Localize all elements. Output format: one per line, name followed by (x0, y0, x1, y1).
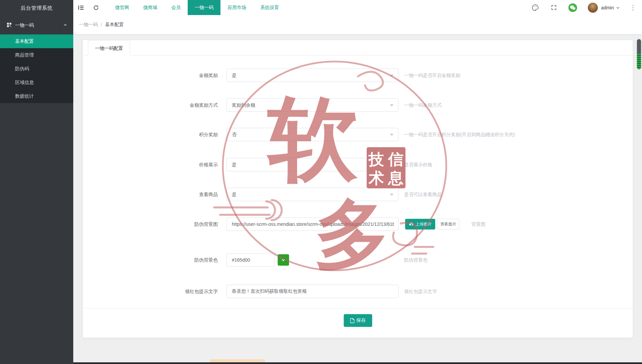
select-caret-icon (390, 164, 393, 166)
upload-image-label: 上传图片 (416, 221, 432, 227)
select-caret-icon (390, 104, 393, 106)
chevron-up-icon (63, 23, 67, 28)
sidebar-submenu: 基本配置 商品管理 防伪码 区域信息 数据统计 (0, 34, 73, 103)
amount-reward-mode-value: 奖励到余额 (232, 102, 255, 108)
user-name: admin (601, 5, 614, 10)
config-form: 金额奖励 是 一物一码是否开启金额奖励 金额奖励方式 奖励到余额 (83, 56, 633, 338)
form-row-view-product: 查看商品 是 是否可以查看商品 (83, 188, 633, 201)
caret-down-icon (281, 258, 286, 262)
upload-image-button[interactable]: 上传图片 (405, 219, 435, 230)
avatar[interactable] (588, 3, 598, 13)
sidebar-item-anti-counterfeit-code[interactable]: 防伪码 (0, 62, 73, 76)
document-save-icon (350, 318, 354, 323)
vertical-scrollbar-thumb[interactable] (637, 39, 641, 69)
collapse-menu-icon[interactable] (73, 0, 88, 15)
tab-yingyongshichang[interactable]: 应用市场 (220, 0, 253, 15)
amount-reward-help: 一物一码是否开启金额奖励 (404, 69, 460, 82)
view-product-label: 查看商品 (83, 188, 218, 201)
horizontal-scrollbar-track[interactable] (73, 362, 642, 364)
tab-weishangcheng[interactable]: 微商城 (136, 0, 164, 15)
select-caret-icon (390, 194, 393, 196)
tab-xitongshezhi[interactable]: 系统设置 (253, 0, 286, 15)
qr-grid-icon (7, 22, 12, 28)
tab-yiwuyima-config[interactable]: 一物一码配置 (88, 40, 130, 56)
sidebar-group-yiwuyima[interactable]: 一物一码 (0, 16, 73, 34)
form-row-amount-reward: 金额奖励 是 一物一码是否开启金额奖励 (83, 69, 633, 82)
amount-reward-mode-select[interactable]: 奖励到余额 (226, 98, 398, 112)
caret-down-icon (616, 6, 620, 10)
price-display-value: 是 (232, 162, 237, 167)
security-bg-image-input[interactable] (226, 217, 398, 231)
sidebar-item-data-statistics[interactable]: 数据统计 (0, 89, 73, 103)
topbar: 微官网 微商城 会员 一物一码 应用市场 系统设置 admin (73, 0, 642, 15)
view-product-help: 是否可以查看商品 (404, 188, 442, 201)
scrollbar-thumb-top (637, 39, 641, 54)
app-title: 后台管理系统 (0, 0, 73, 16)
amount-reward-mode-label: 金额奖励方式 (83, 98, 218, 112)
form-footer-divider (83, 308, 633, 308)
tab-yiwuyima[interactable]: 一物一码 (188, 0, 220, 15)
fullscreen-icon[interactable] (550, 3, 558, 12)
view-product-select[interactable]: 是 (226, 188, 398, 201)
card-tab-bar: 一物一码配置 (83, 40, 633, 56)
security-bg-color-label: 防伪背景色 (83, 253, 218, 267)
amount-reward-select[interactable]: 是 (226, 69, 398, 82)
breadcrumb: 一物一码 / 基本配置 (73, 15, 642, 34)
security-bg-color-input[interactable] (226, 253, 275, 267)
breadcrumb-current: 基本配置 (105, 22, 124, 28)
points-reward-help: 一物一码是否开启积分奖励(开启则商品赠送积分关闭) (404, 128, 515, 141)
save-button-label: 保存 (356, 317, 366, 324)
amount-reward-value: 是 (232, 73, 237, 78)
tab-weiguanwang[interactable]: 微官网 (108, 0, 136, 15)
form-row-redpacket-tip: 领红包提示文字 领红包提示文字 (83, 285, 633, 298)
topbar-right: admin ⋮ (521, 0, 642, 15)
bottom-orange-strip (210, 359, 265, 362)
view-product-value: 是 (232, 192, 237, 197)
redpacket-tip-help: 领红包提示文字 (404, 285, 437, 298)
view-image-label: 查看图片 (440, 221, 456, 227)
sidebar-item-basic-config[interactable]: 基本配置 (0, 34, 73, 48)
form-row-security-bg-color: 防伪背景色 防伪背景色 (83, 253, 633, 267)
user-menu[interactable]: admin (601, 5, 620, 10)
points-reward-label: 积分奖励 (83, 128, 218, 141)
content-area: 一物一码配置 金额奖励 是 一物一码是否开启金额奖励 金额奖励方式 (73, 34, 642, 364)
redpacket-tip-label: 领红包提示文字 (83, 285, 218, 298)
security-bg-image-label: 防伪背景图 (83, 217, 218, 231)
save-button[interactable]: 保存 (344, 314, 372, 327)
breadcrumb-separator: / (101, 22, 102, 27)
sidebar-item-region-info[interactable]: 区域信息 (0, 76, 73, 89)
form-row-security-bg-image: 防伪背景图 上传图片 查看图片 背景图 (83, 217, 633, 231)
cloud-upload-icon (409, 222, 414, 226)
price-display-label: 价格展示 (83, 158, 218, 171)
breadcrumb-parent[interactable]: 一物一码 (79, 22, 98, 28)
config-card: 一物一码配置 金额奖励 是 一物一码是否开启金额奖励 金额奖励方式 (83, 40, 633, 338)
sidebar: 后台管理系统 一物一码 基本配置 商品管理 防伪码 区域信息 数据统计 (0, 0, 73, 364)
view-image-button[interactable]: 查看图片 (437, 219, 459, 230)
select-caret-icon (390, 134, 393, 136)
select-caret-icon (390, 75, 393, 77)
page: 后台管理系统 一物一码 基本配置 商品管理 防伪码 区域信息 数据统计 (0, 0, 642, 364)
redpacket-tip-input[interactable] (226, 285, 398, 298)
kebab-menu-icon[interactable]: ⋮ (630, 3, 636, 12)
security-bg-image-help: 背景图 (471, 217, 485, 231)
tab-huiyuan[interactable]: 会员 (164, 0, 188, 15)
theme-palette-icon[interactable] (531, 3, 540, 12)
color-picker-button[interactable] (278, 254, 289, 266)
amount-reward-mode-help: 一物一码金额方式 (404, 98, 442, 112)
points-reward-select[interactable]: 否 (226, 128, 398, 141)
amount-reward-label: 金额奖励 (83, 69, 218, 82)
price-display-select[interactable]: 是 (226, 158, 398, 171)
refresh-icon[interactable] (88, 0, 103, 15)
security-bg-color-help: 防伪背景色 (404, 253, 428, 267)
main-area: 微官网 微商城 会员 一物一码 应用市场 系统设置 admin (73, 0, 642, 364)
price-display-help: 是否展示价格 (404, 158, 432, 171)
form-row-price-display: 价格展示 是 是否展示价格 (83, 158, 633, 171)
form-row-amount-reward-mode: 金额奖励方式 奖励到余额 一物一码金额方式 (83, 98, 633, 112)
sidebar-group-label: 一物一码 (15, 22, 63, 28)
wechat-icon[interactable] (568, 3, 577, 12)
scrollbar-thumb-stripes (637, 54, 641, 69)
form-row-points-reward: 积分奖励 否 一物一码是否开启积分奖励(开启则商品赠送积分关闭) (83, 128, 633, 141)
sidebar-item-product-management[interactable]: 商品管理 (0, 48, 73, 62)
points-reward-value: 否 (232, 132, 237, 137)
top-nav-tabs: 微官网 微商城 会员 一物一码 应用市场 系统设置 (108, 0, 286, 15)
